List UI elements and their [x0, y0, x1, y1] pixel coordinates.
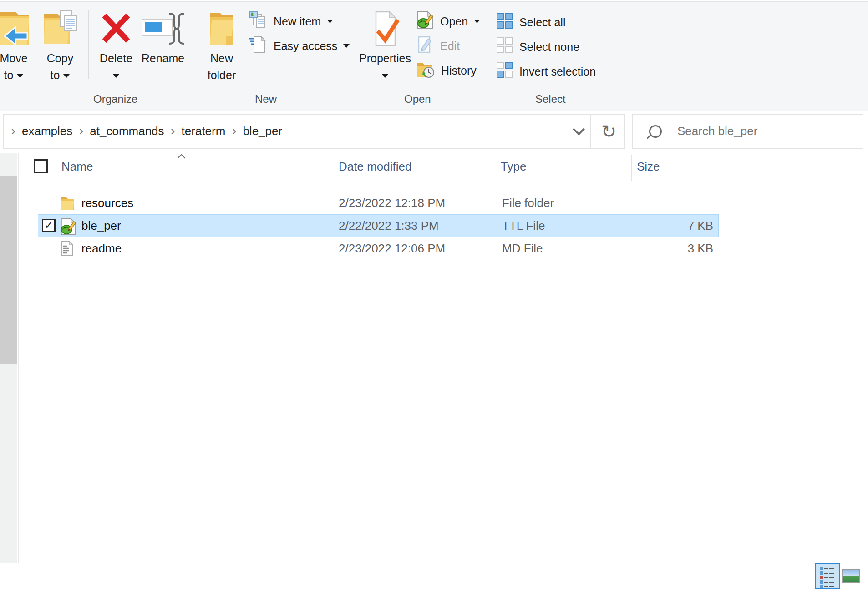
edit-icon	[416, 35, 434, 57]
move-to-dropdown-caret	[17, 74, 23, 78]
new-item-label: New item	[274, 15, 321, 28]
column-divider[interactable]	[495, 155, 495, 181]
breadcrumb-chevron-icon: ›	[79, 123, 83, 138]
file-explorer-window: { "ribbon": { "organize_label": "Organiz…	[0, 0, 868, 590]
rename-label: Rename	[142, 52, 185, 65]
rename-icon	[139, 10, 187, 50]
group-divider	[612, 4, 612, 107]
refresh-icon: ↻	[601, 121, 617, 142]
sort-ascending-icon	[177, 154, 185, 162]
file-row-resources[interactable]: resources2/23/2022 12:18 PMFile folder	[0, 192, 868, 214]
new-item-button[interactable]: New item	[249, 10, 333, 33]
details-view-icon	[820, 567, 839, 588]
delete-dropdown-caret	[113, 74, 119, 78]
file-name[interactable]: resources	[81, 192, 133, 214]
group-divider	[195, 4, 195, 107]
file-type: File folder	[502, 192, 554, 214]
history-icon	[416, 60, 435, 81]
file-name[interactable]: ble_per	[81, 214, 121, 237]
column-divider[interactable]	[722, 155, 722, 181]
select-all-label: Select all	[519, 16, 565, 29]
file-date-modified: 2/23/2022 12:18 PM	[339, 192, 445, 214]
column-header-name[interactable]: Name	[61, 160, 93, 174]
breadcrumb-item-teraterm[interactable]: teraterm	[182, 124, 226, 138]
new-folder-icon	[200, 10, 243, 50]
properties-label: Properties	[359, 52, 411, 65]
breadcrumb-item-at_commands[interactable]: at_commands	[90, 124, 164, 138]
delete-button[interactable]: Delete	[96, 10, 136, 84]
new-item-dropdown-caret	[327, 20, 333, 23]
easy-access-button[interactable]: Easy access	[249, 35, 350, 57]
select-all-button[interactable]: Select all	[496, 11, 565, 34]
address-bar-divider	[590, 115, 591, 148]
invert-selection-button[interactable]: Invert selection	[496, 60, 596, 83]
search-box[interactable]: Search ble_per	[632, 114, 863, 149]
column-header-date-modified[interactable]: Date modified	[339, 160, 411, 174]
ribbon-toolbar: Move to Copy to	[0, 2, 868, 111]
file-row-readme[interactable]: readme2/23/2022 12:06 PMMD File3 KB	[0, 237, 868, 260]
select-none-icon	[496, 37, 513, 57]
teraterm-app-icon	[416, 10, 434, 32]
refresh-button[interactable]: ↻	[592, 115, 625, 148]
column-header-size[interactable]: Size	[637, 160, 660, 174]
address-bar[interactable]: ›examples›at_commands›teraterm›ble_per ↻	[3, 114, 625, 149]
teraterm-icon	[60, 217, 76, 234]
rename-button[interactable]: Rename	[139, 10, 187, 67]
invert-selection-icon	[496, 61, 513, 81]
file-date-modified: 2/22/2022 1:33 PM	[339, 214, 439, 237]
new-folder-button[interactable]: New folder	[200, 10, 243, 84]
easy-access-icon	[249, 35, 268, 57]
history-button[interactable]: History	[416, 59, 477, 82]
file-type: TTL File	[502, 214, 545, 237]
properties-dropdown-caret	[382, 74, 388, 78]
copy-to-button[interactable]: Copy to	[39, 10, 81, 84]
column-divider[interactable]	[631, 155, 632, 181]
open-label: Open	[440, 15, 468, 28]
file-type: MD File	[502, 237, 543, 260]
new-folder-label-2: folder	[208, 69, 236, 81]
breadcrumb-chevron-icon: ›	[232, 123, 236, 138]
open-dropdown-caret	[474, 20, 480, 23]
breadcrumb: ›examples›at_commands›teraterm›ble_per	[5, 115, 282, 148]
new-item-icon	[249, 10, 268, 32]
select-all-icon	[496, 12, 513, 32]
breadcrumb-item-ble_per[interactable]: ble_per	[243, 124, 282, 138]
address-dropdown-button[interactable]	[567, 115, 590, 148]
history-label: History	[441, 64, 477, 77]
details-view-button[interactable]	[815, 563, 840, 589]
delete-icon	[96, 10, 136, 50]
column-header-type[interactable]: Type	[501, 160, 526, 174]
file-name[interactable]: readme	[81, 237, 122, 260]
properties-button[interactable]: Properties	[358, 10, 412, 84]
group-divider	[352, 4, 352, 107]
breadcrumb-chevron-icon: ›	[11, 123, 15, 138]
search-icon	[649, 125, 662, 138]
select-none-button[interactable]: Select none	[496, 35, 579, 58]
thumbnail-view-button[interactable]	[842, 569, 860, 583]
copy-to-dropdown-caret	[63, 74, 70, 78]
move-to-label-1: Move	[0, 52, 28, 65]
organize-inner-divider	[88, 10, 89, 79]
invert-selection-label: Invert selection	[519, 65, 596, 78]
select-none-label: Select none	[519, 40, 579, 54]
document-icon	[60, 240, 76, 257]
move-to-button[interactable]: Move to	[0, 10, 35, 84]
group-divider	[491, 4, 491, 107]
open-button[interactable]: Open	[416, 10, 480, 33]
copy-to-icon	[39, 10, 81, 50]
column-divider[interactable]	[330, 155, 330, 181]
header-checkbox[interactable]	[34, 159, 48, 173]
edit-button[interactable]: Edit	[416, 35, 460, 57]
file-size: 3 KB	[628, 237, 713, 260]
easy-access-dropdown-caret	[343, 44, 350, 48]
easy-access-label: Easy access	[274, 40, 337, 53]
move-to-icon	[0, 10, 35, 50]
file-row-ble_per[interactable]: ✓ble_per2/22/2022 1:33 PMTTL File7 KB	[0, 214, 868, 237]
organize-group-label: Organize	[93, 93, 137, 106]
row-checkbox[interactable]: ✓	[42, 219, 56, 232]
new-group-label: New	[255, 93, 277, 106]
breadcrumb-item-examples[interactable]: examples	[22, 124, 72, 138]
breadcrumb-chevron-icon: ›	[171, 123, 175, 138]
delete-label: Delete	[100, 52, 132, 65]
select-group-label: Select	[535, 93, 566, 106]
